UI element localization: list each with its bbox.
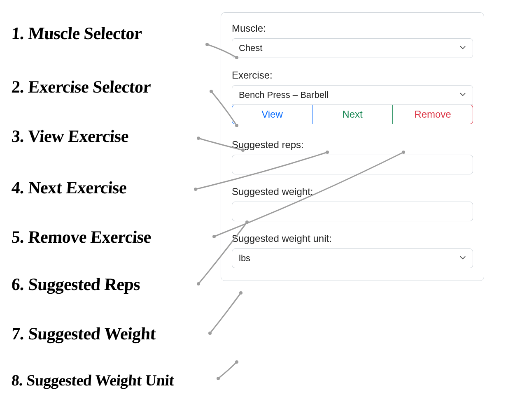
reps-label: Suggested reps: [232, 139, 473, 151]
annotation-7: 7. Suggested Weight [11, 325, 156, 342]
unit-label: Suggested weight unit: [232, 233, 473, 244]
annotation-3: 3. View Exercise [11, 128, 129, 145]
exercise-selector[interactable]: Bench Press – Barbell [232, 85, 473, 105]
unit-field: Suggested weight unit: lbs [232, 233, 473, 268]
annotation-text: View Exercise [27, 127, 129, 146]
svg-point-4 [197, 137, 200, 140]
svg-point-6 [194, 188, 197, 191]
weight-label: Suggested weight: [232, 186, 473, 197]
suggested-weight-input[interactable] [232, 202, 473, 221]
annotation-number: 5. [11, 227, 25, 246]
svg-point-13 [239, 291, 243, 295]
next-button[interactable]: Next [312, 104, 393, 124]
annotation-number: 2. [11, 77, 25, 96]
svg-point-14 [217, 377, 220, 380]
unit-select-wrap: lbs [232, 248, 473, 268]
annotation-text: Suggested Weight Unit [26, 371, 175, 389]
exercise-select-wrap: Bench Press – Barbell [232, 85, 473, 105]
suggested-reps-input[interactable] [232, 155, 473, 174]
view-button[interactable]: View [232, 104, 312, 124]
muscle-select-wrap: Chest [232, 38, 473, 58]
annotation-number: 8. [11, 371, 23, 389]
annotation-text: Exercise Selector [28, 77, 152, 96]
annotation-number: 4. [11, 178, 25, 197]
annotation-8: 8. Suggested Weight Unit [11, 372, 175, 388]
svg-point-0 [205, 43, 209, 46]
annotation-number: 7. [11, 324, 25, 343]
exercise-buttons: View Next Remove [232, 104, 473, 124]
annotation-number: 3. [11, 127, 25, 146]
annotation-text: Suggested Weight [28, 324, 156, 343]
muscle-label: Muscle: [232, 23, 473, 34]
annotation-number: 1. [11, 24, 25, 43]
annotation-text: Next Exercise [28, 178, 127, 197]
annotation-5: 5. Remove Exercise [11, 228, 152, 246]
exercise-field: Exercise: Bench Press – Barbell [232, 70, 473, 105]
annotation-number: 6. [11, 275, 25, 294]
svg-point-10 [197, 282, 200, 285]
annotation-1: 1. Muscle Selector [11, 25, 142, 42]
annotation-text: Muscle Selector [28, 24, 142, 43]
svg-point-8 [212, 235, 216, 238]
exercise-label: Exercise: [232, 70, 473, 81]
muscle-field: Muscle: Chest [232, 23, 473, 58]
annotation-4: 4. Next Exercise [11, 179, 127, 196]
reps-field: Suggested reps: [232, 139, 473, 174]
muscle-selector[interactable]: Chest [232, 38, 473, 58]
annotation-text: Remove Exercise [28, 227, 152, 246]
weight-unit-selector[interactable]: lbs [232, 248, 473, 268]
svg-point-12 [208, 332, 212, 335]
svg-point-2 [210, 90, 213, 93]
annotation-text: Suggested Reps [28, 275, 141, 294]
svg-point-15 [235, 360, 238, 364]
weight-field: Suggested weight: [232, 186, 473, 221]
exercise-form-card: Muscle: Chest Exercise: Bench Press – Ba… [221, 12, 484, 281]
annotation-6: 6. Suggested Reps [11, 276, 141, 293]
remove-button[interactable]: Remove [393, 104, 473, 124]
annotation-2: 2. Exercise Selector [11, 78, 152, 95]
